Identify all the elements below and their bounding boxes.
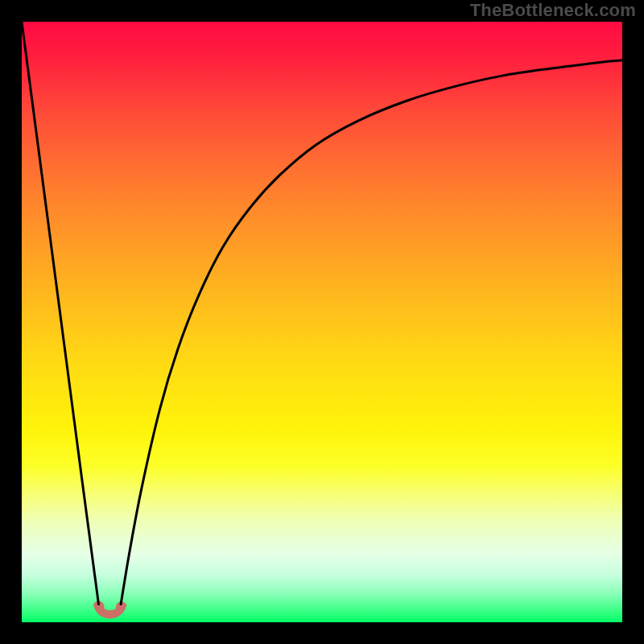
watermark-text: TheBottleneck.com	[470, 0, 636, 21]
left-branch-line	[22, 22, 99, 605]
curve-layer	[22, 22, 622, 622]
right-branch-line	[121, 60, 622, 605]
chart-frame: TheBottleneck.com	[0, 0, 644, 644]
plot-area	[22, 22, 622, 622]
